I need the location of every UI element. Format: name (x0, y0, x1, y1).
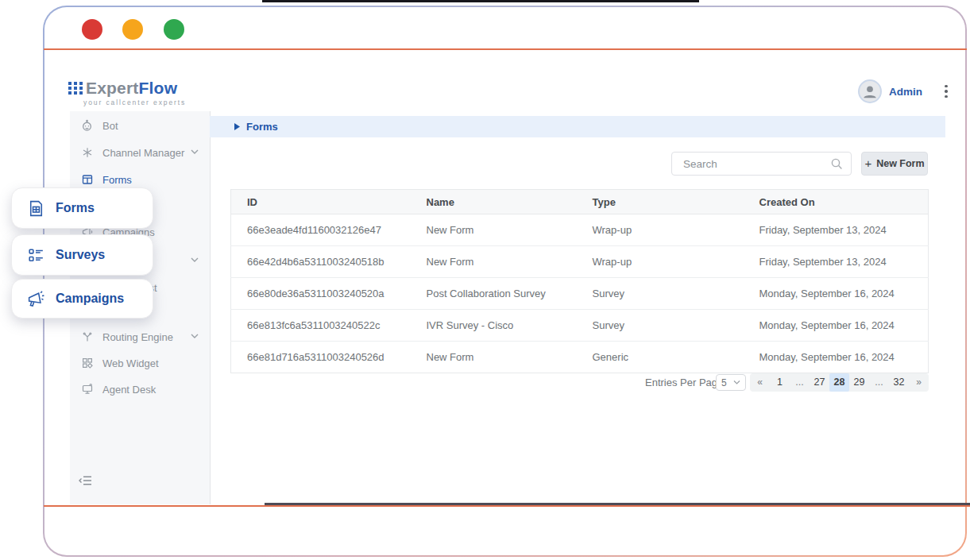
page-button-28-active[interactable]: 28 (829, 373, 849, 392)
traffic-light-close[interactable] (82, 19, 102, 40)
entries-per-page-select[interactable]: 5 (716, 374, 746, 391)
kebab-menu-icon[interactable] (945, 85, 948, 98)
web-widget-icon (80, 357, 94, 370)
sidebar-item-agent-desk[interactable]: Agent Desk (70, 376, 210, 403)
callout-forms[interactable]: Forms (11, 187, 153, 229)
user-name[interactable]: Admin (889, 86, 922, 98)
cell-created-on: Monday, September 16, 2024 (744, 278, 929, 310)
breadcrumb-label[interactable]: Forms (246, 121, 278, 133)
logo-grid-icon (68, 81, 83, 95)
table-row[interactable]: 66e3eade4fd1160032126e47 New Form Wrap-u… (231, 214, 929, 246)
table-row[interactable]: 66e42d4b6a5311003240518b New Form Wrap-u… (231, 246, 929, 278)
page-button-32[interactable]: 32 (889, 373, 909, 392)
logo-tagline: your callcenter experts (83, 98, 186, 106)
sidebar-item-label: Web Widget (102, 357, 159, 369)
cell-id: 66e3eade4fd1160032126e47 (231, 214, 411, 246)
pagination: « 1 ... 27 28 29 ... 32 » (750, 373, 929, 392)
sidebar-item-web-widget[interactable]: Web Widget (70, 350, 210, 377)
new-form-button[interactable]: + New Form (861, 152, 928, 176)
logo-wordmark: ExpertFlow (86, 79, 177, 97)
chevron-down-icon (191, 257, 199, 262)
cell-type: Survey (577, 310, 744, 342)
bot-icon (80, 119, 94, 133)
routing-engine-icon (80, 330, 94, 344)
search-input[interactable] (682, 157, 830, 171)
column-header-created-on: Created On (744, 190, 929, 214)
cell-id: 66e42d4b6a5311003240518b (231, 246, 411, 278)
callout-label: Forms (56, 201, 95, 215)
avatar[interactable] (858, 79, 882, 103)
search-icon[interactable] (830, 157, 843, 170)
traffic-light-minimize[interactable] (122, 19, 143, 40)
agent-desk-icon (80, 383, 94, 396)
chevron-down-icon (191, 149, 199, 154)
table-row[interactable]: 66e80de36a5311003240520a Post Collaborat… (231, 278, 929, 310)
page-ellipsis: ... (869, 373, 889, 392)
divider-line-top (44, 48, 967, 50)
search-box (671, 152, 852, 176)
sidebar-item-bot[interactable]: Bot (70, 112, 210, 139)
cell-id: 66e81d716a5311003240526d (231, 342, 411, 373)
cell-name: New Form (411, 246, 577, 278)
chevron-down-icon (733, 380, 740, 384)
forms-icon (80, 173, 94, 187)
column-header-type: Type (577, 190, 744, 214)
expertflow-logo: ExpertFlow (68, 79, 177, 97)
callout-campaigns[interactable]: Campaigns (11, 279, 153, 319)
sidebar-item-routing-engine[interactable]: Routing Engine (70, 323, 210, 350)
table-header-row: ID Name Type Created On (231, 190, 929, 214)
breadcrumb-arrow-icon (234, 123, 240, 130)
channel-manager-icon (80, 146, 94, 160)
cell-id: 66e813fc6a5311003240522c (231, 310, 411, 342)
breadcrumb: Forms (210, 116, 945, 137)
page-button-29[interactable]: 29 (849, 373, 869, 392)
page-prev-button[interactable]: « (750, 373, 770, 392)
plus-icon: + (864, 156, 871, 170)
page-next-button[interactable]: » (909, 373, 929, 392)
column-header-name: Name (411, 190, 577, 214)
new-form-label: New Form (876, 158, 924, 169)
sidebar-item-label: Routing Engine (102, 331, 173, 343)
cell-id: 66e80de36a5311003240520a (231, 278, 411, 310)
cell-name: New Form (411, 342, 577, 373)
cell-created-on: Monday, September 16, 2024 (744, 310, 929, 342)
column-header-id: ID (231, 190, 411, 214)
cell-type: Generic (577, 342, 744, 373)
cell-type: Wrap-up (577, 246, 744, 278)
sidebar-item-channel-manager[interactable]: Channel Manager (70, 139, 210, 166)
table-row[interactable]: 66e813fc6a5311003240522c IVR Survey - Ci… (231, 310, 929, 342)
divider-line-bottom-orange (44, 505, 970, 507)
page-button-1[interactable]: 1 (770, 373, 790, 392)
user-menu[interactable]: Admin (858, 79, 948, 103)
traffic-light-zoom[interactable] (164, 19, 184, 40)
callout-surveys[interactable]: Surveys (11, 234, 153, 276)
cell-created-on: Monday, September 16, 2024 (744, 342, 929, 373)
top-black-bar (262, 0, 699, 2)
survey-list-icon (25, 245, 46, 265)
entries-per-page-value: 5 (721, 377, 727, 388)
cell-type: Wrap-up (577, 214, 744, 246)
form-document-icon (25, 198, 46, 218)
sidebar-item-label: Channel Manager (102, 147, 184, 159)
sidebar-collapse-icon[interactable] (78, 474, 93, 487)
cell-type: Survey (577, 278, 744, 310)
callout-label: Surveys (56, 248, 105, 262)
cell-name: IVR Survey - Cisco (411, 310, 577, 342)
sidebar-item-label: Forms (102, 174, 132, 186)
table-row[interactable]: 66e81d716a5311003240526d New Form Generi… (231, 342, 929, 373)
cell-created-on: Friday, September 13, 2024 (744, 246, 929, 278)
sidebar-item-label: Bot (102, 120, 118, 132)
callout-label: Campaigns (56, 292, 124, 306)
forms-table: ID Name Type Created On 66e3eade4fd11600… (230, 189, 929, 373)
page-button-27[interactable]: 27 (810, 373, 829, 392)
sidebar-item-label: Agent Desk (102, 384, 156, 396)
megaphone-icon (25, 288, 46, 309)
cell-created-on: Friday, September 13, 2024 (744, 214, 929, 246)
entries-per-page-label: Entries Per Page (645, 373, 723, 392)
chevron-down-icon (191, 334, 199, 338)
cell-name: New Form (411, 214, 577, 246)
cell-name: Post Collaboration Survey (411, 278, 577, 310)
page-ellipsis: ... (790, 373, 810, 392)
